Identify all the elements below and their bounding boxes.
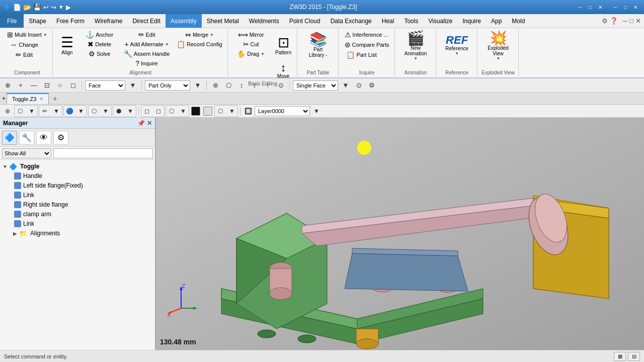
- tree-node-clamp-arm[interactable]: clamp arm: [12, 210, 153, 219]
- mirror-button[interactable]: ⟺ Mirror: [231, 30, 271, 39]
- toolbar2-icon3[interactable]: —: [28, 80, 39, 91]
- layer-select[interactable]: Layer0000: [255, 106, 310, 116]
- single-face-select[interactable]: Single Face: [293, 80, 338, 90]
- tree-node-handle[interactable]: Handle: [12, 171, 153, 180]
- vt-icon3[interactable]: ▼: [26, 106, 37, 117]
- manager-close-icon[interactable]: ✕: [147, 120, 152, 127]
- vt-layer-arrow[interactable]: ▼: [311, 106, 322, 117]
- mtab-view[interactable]: 👁: [36, 131, 51, 145]
- tree-node-toggle[interactable]: Toggle: [18, 162, 41, 171]
- menu-restore-icon[interactable]: □: [629, 17, 633, 25]
- mtab-parts[interactable]: 🔧: [19, 131, 34, 145]
- vt-icon15[interactable]: ▼: [178, 106, 189, 117]
- toolbar2-icon12[interactable]: ↕: [249, 80, 260, 91]
- tab-add-icon[interactable]: +: [2, 95, 6, 102]
- vt-layer-icon[interactable]: 🔲: [243, 106, 254, 117]
- app-win-max[interactable]: □: [586, 3, 595, 12]
- new-animation-button[interactable]: 🎬 New Animation▼: [403, 30, 429, 62]
- manager-pin-icon[interactable]: 📌: [137, 120, 145, 127]
- inner-win-close[interactable]: ✕: [631, 3, 640, 12]
- menu-sheet-metal[interactable]: Sheet Metal: [202, 14, 244, 28]
- toolbar2-icon13[interactable]: ↑: [262, 80, 273, 91]
- tree-node-alignments[interactable]: Alignments: [28, 229, 62, 238]
- toolbar2-icon17[interactable]: ⚙: [366, 80, 377, 91]
- filter-select[interactable]: Show All: [2, 148, 51, 158]
- sb-btn1[interactable]: ▦: [614, 352, 626, 361]
- toolbar2-icon5[interactable]: ○: [54, 80, 65, 91]
- pattern-button[interactable]: ⊡ Pattern: [272, 30, 295, 60]
- menu-shape[interactable]: Shape: [24, 14, 51, 28]
- vt-icon1[interactable]: ⊛: [2, 106, 13, 117]
- toolbar2-icon1[interactable]: ⊕: [2, 80, 13, 91]
- menu-close-icon[interactable]: ─: [623, 17, 627, 25]
- compare-parts-button[interactable]: ⊜ Compare Parts: [342, 40, 392, 49]
- toolbar2-icon8[interactable]: ▼: [192, 80, 203, 91]
- menu-freeform[interactable]: Free Form: [51, 14, 90, 28]
- tree-node-left-flange[interactable]: Left side flange(Fixed): [12, 181, 153, 190]
- part-library-button[interactable]: 📚 Part Library -: [307, 30, 330, 60]
- menu-weldments[interactable]: Weldments: [244, 14, 284, 28]
- toolbar2-icon14[interactable]: ⊙: [275, 80, 286, 91]
- alignments-expand[interactable]: ▶: [12, 231, 18, 236]
- toolbar-icon-open[interactable]: 📂: [23, 4, 31, 11]
- toolbar-icon-redo[interactable]: ↪: [51, 4, 56, 11]
- app-win-min[interactable]: ─: [576, 3, 585, 12]
- toolbar-run[interactable]: ▶: [66, 4, 71, 11]
- record-config-button[interactable]: 📋 Record Config: [174, 40, 225, 49]
- vt-icon13[interactable]: ◻: [153, 106, 164, 117]
- menu-help-icon[interactable]: ⚙: [602, 17, 608, 25]
- vt-icon5[interactable]: ▼: [51, 106, 62, 117]
- drag-button[interactable]: ✋ Drag▼: [231, 49, 271, 58]
- toolbar-icon-undo[interactable]: ↩: [43, 4, 49, 11]
- toggle-expand[interactable]: ▼: [2, 164, 8, 169]
- mtab-settings[interactable]: ⚙: [53, 131, 68, 145]
- merge-button[interactable]: ⇔ Merge▼: [174, 30, 225, 39]
- interference-button[interactable]: ⚠ Interference ...: [342, 30, 391, 39]
- inquire-align-button[interactable]: ? Inquire: [121, 59, 173, 68]
- menu-tools[interactable]: Tools: [399, 14, 423, 28]
- vt-icon10[interactable]: ⬢: [113, 106, 124, 117]
- delete-align-button[interactable]: ✖ Delete: [79, 40, 120, 49]
- edit-align-button[interactable]: ✏ Edit: [121, 30, 173, 39]
- vt-color[interactable]: [191, 107, 200, 116]
- doc-tab-toggle[interactable]: Toggle.Z3 ✕: [7, 93, 49, 104]
- vt-icon17[interactable]: ▼: [226, 106, 237, 117]
- menu-direct-edit[interactable]: Direct Edit: [127, 14, 165, 28]
- tree-node-link1[interactable]: Link: [12, 191, 153, 200]
- menu-visualize[interactable]: Visualize: [423, 14, 457, 28]
- tree-node-right-flange[interactable]: Right side flange: [12, 200, 153, 209]
- change-button[interactable]: ↔ Change: [4, 40, 44, 49]
- menu-assembly[interactable]: Assembly: [166, 14, 202, 28]
- app-win-close[interactable]: ✕: [596, 3, 605, 12]
- toolbar2-icon16[interactable]: ⊙: [353, 80, 364, 91]
- toolbar2-icon2[interactable]: +: [15, 80, 26, 91]
- exploded-view-button[interactable]: 💥 Exploded View▼: [486, 30, 511, 62]
- menu-file[interactable]: File: [0, 14, 24, 28]
- menu-point-cloud[interactable]: Point Cloud: [284, 14, 326, 28]
- filter-input[interactable]: [53, 148, 153, 158]
- toolbar-arrow[interactable]: ▼: [58, 4, 64, 10]
- menu-mold[interactable]: Mold: [507, 14, 530, 28]
- vt-icon8[interactable]: ⬡: [89, 106, 100, 117]
- toolbar2-icon15[interactable]: ▼: [340, 80, 351, 91]
- vt-icon4[interactable]: ✏: [39, 106, 50, 117]
- viewport[interactable]: Z X 130.48 mm: [156, 118, 644, 350]
- edit-component-button[interactable]: ✏ Edit: [4, 50, 44, 59]
- vt-icon14[interactable]: ⬡: [166, 106, 177, 117]
- vt-icon6[interactable]: 🔵: [64, 106, 75, 117]
- menu-wireframe[interactable]: Wireframe: [90, 14, 127, 28]
- move-button[interactable]: ↕ Move: [272, 61, 295, 80]
- mtab-assembly[interactable]: 🔷: [2, 131, 17, 145]
- menu-inquire[interactable]: Inquire: [457, 14, 486, 28]
- vt-icon9[interactable]: ▼: [100, 106, 111, 117]
- solve-button[interactable]: ⚙ Solve: [79, 49, 120, 58]
- sb-btn2[interactable]: ▤: [628, 352, 640, 361]
- menu-x-icon[interactable]: ✕: [635, 17, 641, 25]
- assem-handle-button[interactable]: 🔧 Assem Handle: [121, 49, 173, 58]
- menu-app[interactable]: App: [486, 14, 507, 28]
- cut-button[interactable]: ✂ Cut: [231, 40, 271, 49]
- vt-icon12[interactable]: ◻: [141, 106, 152, 117]
- toolbar2-icon4[interactable]: ⊡: [41, 80, 52, 91]
- align-button[interactable]: ☰ Align: [56, 30, 78, 60]
- toolbar2-icon7[interactable]: ▼: [127, 80, 138, 91]
